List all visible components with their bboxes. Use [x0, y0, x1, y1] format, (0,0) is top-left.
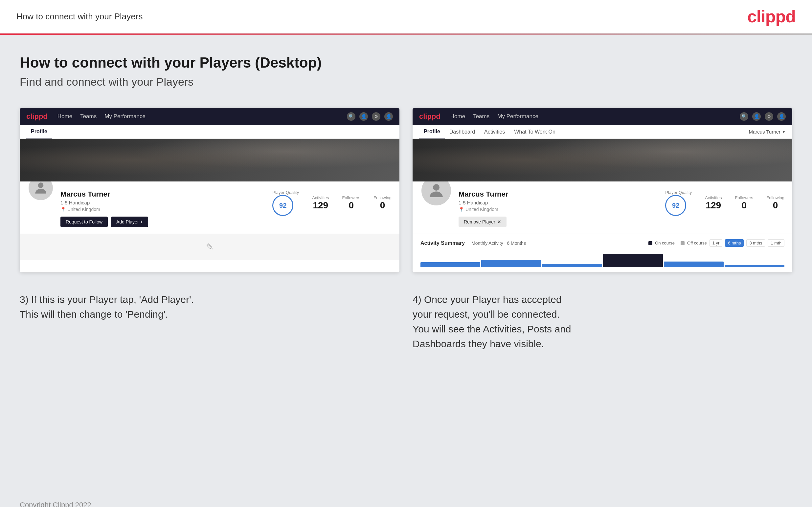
scroll-icon-left: ✎ [206, 241, 213, 252]
tab-activities-right[interactable]: Activities [479, 125, 509, 138]
activities-stat-right: Activities 129 [705, 195, 722, 211]
filter-1mth[interactable]: 1 mth [768, 239, 784, 247]
search-icon-right[interactable]: 🔍 [740, 112, 748, 121]
activity-period: Monthly Activity · 6 Months [471, 240, 526, 246]
svg-point-1 [433, 184, 440, 191]
bar-1 [420, 262, 480, 267]
app-nav-icons-left: 🔍 👤 ⚙ 👤 [347, 112, 393, 121]
screenshots-row: clippd Home Teams My Performance 🔍 👤 ⚙ 👤… [20, 108, 792, 272]
following-stat-right: Following 0 [766, 195, 784, 211]
close-icon-remove: ✕ [497, 219, 501, 224]
player-info-right: Marcus Turner 1-5 Handicap 📍 United King… [459, 188, 659, 227]
tab-profile-left[interactable]: Profile [26, 125, 52, 138]
filter-3mths[interactable]: 3 mths [746, 239, 765, 247]
app-logo-right: clippd [419, 112, 441, 121]
page-footer: Copyright Clippd 2022 [0, 494, 812, 507]
bar-6 [725, 265, 784, 268]
profile-body-left: Marcus Turner 1-5 Handicap 📍 United King… [20, 181, 399, 234]
player-name-left: Marcus Turner [60, 190, 266, 199]
nav-teams-right: Teams [473, 113, 490, 120]
nav-home-left: Home [57, 113, 72, 120]
oncourse-legend-label: On course [655, 240, 675, 245]
remove-player-button[interactable]: Remove Player ✕ [459, 217, 507, 227]
person-icon-right [426, 181, 446, 201]
activity-header: Activity Summary Monthly Activity · 6 Mo… [420, 239, 784, 247]
quality-circle-right: 92 [665, 195, 686, 216]
clippd-logo: clippd [747, 7, 796, 26]
search-icon-left[interactable]: 🔍 [347, 112, 355, 121]
bar-5 [664, 262, 724, 268]
followers-stat-left: Followers 0 [342, 195, 360, 211]
quality-stat-left: Player Quality 92 [272, 190, 299, 216]
caption-left: 3) If this is your Player tap, 'Add Play… [20, 292, 399, 351]
activity-filters: On course Off course 1 yr 6 mths 3 mths … [648, 239, 784, 247]
profile-banner-right [413, 139, 792, 181]
plus-icon-left: + [140, 219, 143, 224]
oncourse-legend-dot [648, 241, 652, 245]
activities-stat-left: Activities 129 [312, 195, 329, 211]
caption-right: 4) Once your Player has acceptedyour req… [413, 292, 792, 351]
stats-row-right: Player Quality 92 Activities 129 Followe… [665, 188, 784, 216]
nav-teams-left: Teams [80, 113, 97, 120]
player-info-left: Marcus Turner 1-5 Handicap 📍 United King… [60, 188, 266, 227]
filter-6mths[interactable]: 6 mths [725, 239, 744, 247]
caption-right-text: 4) Once your Player has acceptedyour req… [413, 292, 792, 351]
bar-2 [481, 260, 541, 268]
quality-stat-right: Player Quality 92 [665, 190, 692, 216]
main-content: How to connect with your Players (Deskto… [0, 35, 812, 494]
settings-icon-left[interactable]: ⚙ [372, 112, 380, 121]
add-player-button[interactable]: Add Player + [111, 217, 148, 227]
player-handicap-right: 1-5 Handicap [459, 200, 659, 206]
request-follow-button[interactable]: Request to Follow [60, 217, 108, 227]
player-location-right: 📍 United Kingdom [459, 207, 659, 212]
profile-banner-left [20, 139, 399, 181]
banner-overlay-right [413, 139, 792, 181]
activity-bar-chart [420, 251, 784, 267]
page-title: How to connect with your Players [16, 11, 143, 22]
screenshot-right: clippd Home Teams My Performance 🔍 👤 ⚙ 👤… [413, 108, 792, 272]
nav-performance-right: My Performance [497, 113, 539, 120]
action-buttons-left: Request to Follow Add Player + [60, 217, 266, 227]
player-handicap-left: 1-5 Handicap [60, 200, 266, 206]
app-tabs-right: Profile Dashboard Activities What To Wor… [413, 125, 792, 139]
top-bar: How to connect with your Players clippd [0, 0, 812, 34]
app-nav-right: Home Teams My Performance [450, 113, 740, 120]
dropdown-arrow-right: ▼ [782, 130, 786, 134]
app-nav-icons-right: 🔍 👤 ⚙ 👤 [740, 112, 786, 121]
svg-point-0 [38, 182, 44, 188]
avatar-icon-left[interactable]: 👤 [384, 112, 393, 121]
bar-3 [542, 264, 602, 267]
scroll-area-left: ✎ [20, 234, 399, 260]
filter-1yr[interactable]: 1 yr [710, 239, 723, 247]
bar-4 [603, 254, 663, 267]
location-pin-left: 📍 [60, 207, 66, 212]
tab-dashboard-right[interactable]: Dashboard [445, 125, 479, 138]
user-icon-right[interactable]: 👤 [752, 112, 761, 121]
location-pin-right: 📍 [459, 207, 464, 212]
caption-left-text: 3) If this is your Player tap, 'Add Play… [20, 292, 399, 322]
nav-performance-left: My Performance [104, 113, 146, 120]
screenshot-left: clippd Home Teams My Performance 🔍 👤 ⚙ 👤… [20, 108, 399, 272]
user-icon-left[interactable]: 👤 [359, 112, 368, 121]
offcourse-legend-dot [680, 241, 684, 245]
nav-home-right: Home [450, 113, 465, 120]
person-icon-left [33, 180, 49, 196]
settings-icon-right[interactable]: ⚙ [765, 112, 773, 121]
app-logo-left: clippd [26, 112, 48, 121]
activity-title: Activity Summary [420, 240, 465, 246]
tab-whattoworkon-right[interactable]: What To Work On [509, 125, 560, 138]
page-heading: How to connect with your Players (Deskto… [20, 54, 792, 71]
quality-circle-left: 92 [272, 195, 293, 216]
profile-body-right: Marcus Turner 1-5 Handicap 📍 United King… [413, 181, 792, 234]
player-location-left: 📍 United Kingdom [60, 207, 266, 212]
banner-overlay-left [20, 139, 399, 181]
page-subheading: Find and connect with your Players [20, 75, 792, 88]
following-stat-left: Following 0 [373, 195, 392, 211]
avatar-icon-right[interactable]: 👤 [777, 112, 786, 121]
player-name-right: Marcus Turner [459, 190, 659, 199]
player-dropdown-right[interactable]: Marcus Turner [749, 129, 780, 134]
tab-profile-right[interactable]: Profile [419, 125, 445, 138]
app-nav-left: Home Teams My Performance [57, 113, 347, 120]
captions-row: 3) If this is your Player tap, 'Add Play… [20, 292, 792, 351]
app-tabs-left: Profile [20, 125, 399, 139]
